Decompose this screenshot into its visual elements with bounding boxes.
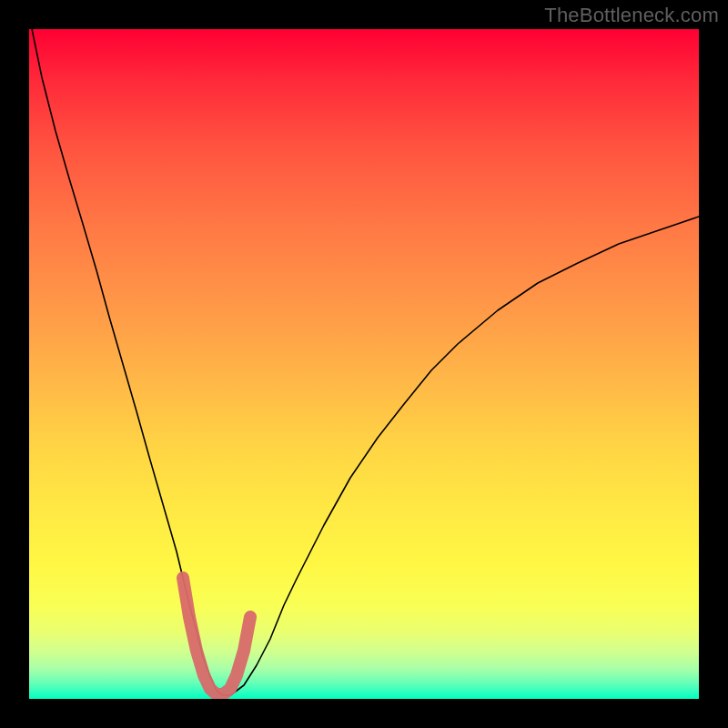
- watermark-text: TheBottleneck.com: [544, 4, 719, 27]
- optimal-zone-marker: [183, 578, 250, 694]
- curve-layer: [29, 29, 699, 699]
- bottleneck-curve: [29, 29, 699, 695]
- chart-frame: TheBottleneck.com: [0, 0, 728, 728]
- plot-area: [29, 29, 699, 699]
